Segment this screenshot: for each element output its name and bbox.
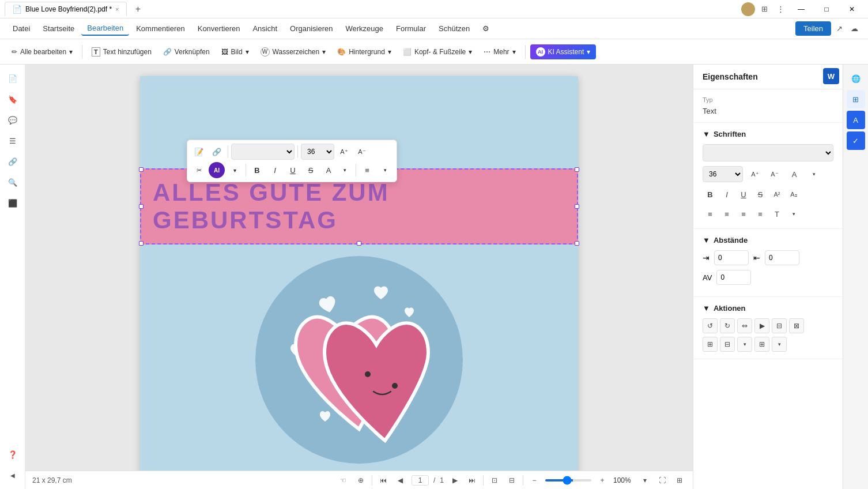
- indent-right-input[interactable]: [765, 250, 799, 265]
- first-page-btn[interactable]: ⏮: [377, 474, 390, 487]
- align-distribute-dropdown[interactable]: ▾: [737, 337, 752, 352]
- undo-btn[interactable]: ↺: [703, 318, 718, 333]
- prev-page-btn[interactable]: ◀: [394, 474, 407, 487]
- spacing-para-input[interactable]: [716, 270, 751, 285]
- ki-assistent-btn[interactable]: AI KI Assistent ▾: [530, 44, 597, 59]
- crosshair-tool-btn[interactable]: ⊕: [354, 474, 367, 487]
- sidebar-nav-prev[interactable]: ◀: [3, 466, 22, 484]
- menu-bearbeiten[interactable]: Bearbeiten: [81, 21, 129, 36]
- arrange-btn[interactable]: ⊞: [754, 337, 769, 352]
- active-tab[interactable]: 📄 Blue Love Boyfriend(2).pdf * ×: [5, 2, 127, 16]
- close-window-btn[interactable]: ✕: [840, 0, 863, 18]
- underline-btn[interactable]: U: [285, 162, 301, 178]
- more-options-btn[interactable]: ⋮: [773, 2, 787, 16]
- handle-tr[interactable]: [575, 167, 579, 172]
- redo-btn[interactable]: ↻: [720, 318, 735, 333]
- align-left-btn[interactable]: ≡: [703, 206, 718, 221]
- font-size-increase-btn[interactable]: A⁺: [336, 144, 352, 160]
- sidebar-text-btn[interactable]: ☰: [3, 131, 22, 150]
- flip-h-btn[interactable]: ⇔: [737, 318, 752, 333]
- mehr-btn[interactable]: ⋯ Mehr ▾: [479, 45, 520, 59]
- font-color-btn[interactable]: A: [787, 167, 802, 182]
- align-justify-btn[interactable]: ≡: [753, 206, 768, 221]
- align-distribute-btn[interactable]: ⊟: [720, 337, 735, 352]
- next-page-btn[interactable]: ▶: [448, 474, 461, 487]
- zoom-dropdown-btn[interactable]: ▾: [639, 474, 651, 487]
- text-color-dropdown[interactable]: ▾: [337, 162, 353, 178]
- strikethrough-btn[interactable]: S: [303, 162, 319, 178]
- sidebar-bookmark-btn[interactable]: 🔖: [3, 90, 22, 108]
- page-input[interactable]: 1: [412, 475, 429, 486]
- font-family-select[interactable]: [231, 144, 295, 160]
- fit-page-btn[interactable]: ⊡: [488, 474, 501, 487]
- bold-btn[interactable]: B: [249, 162, 265, 178]
- cursor-tool-btn[interactable]: ☜: [337, 474, 350, 487]
- sidebar-link-btn[interactable]: 🔗: [3, 152, 22, 171]
- teilen-button[interactable]: Teilen: [795, 21, 831, 36]
- menu-organisieren[interactable]: Organisieren: [284, 22, 338, 35]
- subscript-panel-btn[interactable]: A₂: [786, 187, 801, 202]
- last-page-btn[interactable]: ⏭: [466, 474, 478, 487]
- italic-btn[interactable]: I: [267, 162, 283, 178]
- maximize-btn[interactable]: □: [815, 0, 838, 18]
- dropdown-ai-arrow[interactable]: ▾: [227, 162, 243, 178]
- font-family-dropdown[interactable]: [703, 144, 833, 161]
- text-style-icon[interactable]: 📝: [191, 144, 207, 160]
- rsidebar-check-btn[interactable]: ✓: [847, 131, 865, 150]
- fullscreen-btn[interactable]: ⛶: [656, 474, 669, 487]
- sidebar-help-btn[interactable]: ❓: [3, 445, 22, 464]
- fit-width-btn[interactable]: ⊟: [505, 474, 518, 487]
- align-dropdown-btn[interactable]: ▾: [377, 162, 393, 178]
- indent-left-input[interactable]: [714, 250, 749, 265]
- sidebar-thumbnail-btn[interactable]: 📄: [3, 69, 22, 88]
- alle-bearbeiten-btn[interactable]: ✏ Alle bearbeiten ▾: [7, 45, 77, 59]
- sidebar-comment-btn[interactable]: 💬: [3, 111, 22, 129]
- text-direction-btn[interactable]: T: [769, 206, 784, 221]
- hintergrund-btn[interactable]: 🎨 Hintergrund ▾: [333, 45, 396, 59]
- rsidebar-translate-btn[interactable]: 🌐: [847, 69, 865, 88]
- rsidebar-properties-btn[interactable]: ⊞: [847, 90, 865, 108]
- close-tab-btn[interactable]: ×: [115, 6, 119, 13]
- menu-settings-icon[interactable]: ⚙: [477, 22, 495, 35]
- fonts-section-header[interactable]: ▼ Schriften: [703, 130, 833, 138]
- wasserzeichen-btn[interactable]: W Wasserzeichen ▾: [256, 44, 331, 59]
- align-center-btn[interactable]: ≡: [719, 206, 734, 221]
- arrange-dropdown[interactable]: ▾: [772, 337, 787, 352]
- minimize-btn[interactable]: —: [790, 0, 813, 18]
- font-size-select[interactable]: 36 12 14 18 24 48: [301, 144, 334, 160]
- crop-btn[interactable]: ⊟: [772, 318, 787, 333]
- handle-br[interactable]: [575, 241, 579, 246]
- zoom-in-btn[interactable]: +: [596, 474, 609, 487]
- share-icon-btn[interactable]: ↗: [832, 22, 846, 36]
- user-avatar[interactable]: [741, 2, 755, 16]
- spacing-section-header[interactable]: ▼ Abstände: [703, 236, 833, 245]
- strike-panel-btn[interactable]: S: [753, 187, 768, 202]
- zoom-out-btn[interactable]: −: [528, 474, 541, 487]
- handle-bc[interactable]: [357, 241, 361, 246]
- view-mode-btn[interactable]: ⊞: [673, 474, 686, 487]
- menu-datei[interactable]: Datei: [7, 22, 36, 35]
- menu-konvertieren[interactable]: Konvertieren: [192, 22, 246, 35]
- zoom-slider[interactable]: [545, 479, 591, 482]
- handle-mr[interactable]: [575, 204, 579, 209]
- cloud-btn[interactable]: ☁: [847, 22, 861, 36]
- properties-btn[interactable]: ⊞: [703, 337, 718, 352]
- font-increase-btn[interactable]: A⁺: [748, 167, 763, 182]
- bold-panel-btn[interactable]: B: [703, 187, 718, 202]
- italic-panel-btn[interactable]: I: [719, 187, 734, 202]
- menu-kommentieren[interactable]: Kommentieren: [130, 22, 191, 35]
- align-btn[interactable]: ≡: [359, 162, 375, 178]
- bild-btn[interactable]: 🖼 Bild ▾: [217, 45, 254, 59]
- font-color-dropdown[interactable]: ▾: [806, 167, 821, 182]
- font-decrease-btn[interactable]: A⁻: [767, 167, 782, 182]
- menu-schutzen[interactable]: Schützen: [433, 22, 475, 35]
- font-size-decrease-btn[interactable]: A⁻: [354, 144, 370, 160]
- font-size-dropdown[interactable]: 36 12 14 18 24 48: [703, 166, 743, 182]
- cut-btn[interactable]: ✂: [191, 162, 207, 178]
- menu-ansicht[interactable]: Ansicht: [247, 22, 283, 35]
- menu-startseite[interactable]: Startseite: [37, 22, 80, 35]
- text-direction-dropdown[interactable]: ▾: [786, 206, 801, 221]
- actions-section-header[interactable]: ▼ Aktionen: [703, 304, 833, 313]
- sidebar-search-btn[interactable]: 🔍: [3, 173, 22, 191]
- underline-panel-btn[interactable]: U: [736, 187, 751, 202]
